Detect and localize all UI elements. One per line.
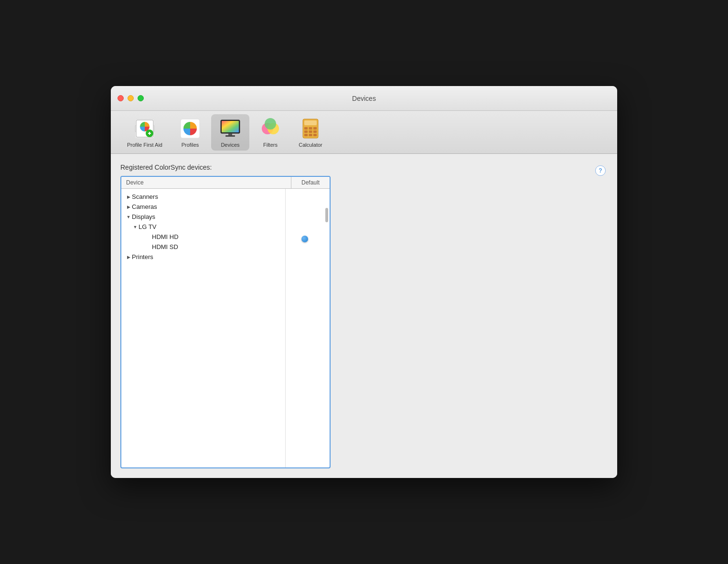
- svg-rect-17: [304, 120, 317, 125]
- tree-row-lg-tv[interactable]: ▼ LG TV: [121, 222, 285, 232]
- svg-rect-24: [304, 134, 308, 136]
- toolbar-label-profiles: Profiles: [182, 142, 199, 148]
- main-content: Registered ColorSync devices: Device Def…: [111, 154, 617, 478]
- filters-icon: [259, 117, 282, 140]
- label-printers: Printers: [132, 253, 285, 260]
- toolbar-item-profiles[interactable]: Profiles: [171, 114, 209, 151]
- label-scanners: Scanners: [132, 193, 285, 200]
- label-hdmi-hd: HDMI HD: [152, 233, 285, 240]
- help-icon: ?: [599, 167, 602, 174]
- traffic-lights: [118, 95, 144, 101]
- tree-row-cameras[interactable]: ▶ Cameras: [121, 202, 285, 212]
- svg-rect-18: [304, 127, 308, 130]
- left-panel: Registered ColorSync devices: Device Def…: [120, 163, 331, 468]
- help-button[interactable]: ?: [595, 165, 606, 176]
- svg-point-15: [265, 118, 276, 130]
- toolbar-label-devices: Devices: [221, 142, 239, 148]
- svg-rect-6: [149, 132, 150, 135]
- svg-rect-12: [225, 135, 235, 137]
- toggle-lg-tv[interactable]: ▼: [132, 224, 139, 230]
- maximize-button[interactable]: [138, 95, 144, 101]
- svg-rect-21: [304, 130, 308, 133]
- toggle-scanners[interactable]: ▶: [125, 194, 132, 200]
- toolbar-item-calculator[interactable]: Calculator: [291, 114, 330, 151]
- svg-rect-23: [313, 130, 317, 133]
- col-header-default: Default: [291, 177, 330, 188]
- svg-rect-20: [313, 127, 317, 130]
- toolbar-item-filters[interactable]: Filters: [251, 114, 289, 151]
- svg-rect-19: [309, 127, 312, 130]
- tree-column: ▶ Scanners ▶ Cameras ▼ Displays: [121, 189, 286, 467]
- svg-rect-10: [222, 121, 239, 132]
- section-title: Registered ColorSync devices:: [120, 163, 331, 171]
- device-table: Device Default ▶ Scanners ▶: [120, 176, 331, 468]
- table-body-wrapper: ▶ Scanners ▶ Cameras ▼ Displays: [121, 189, 330, 467]
- tree-row-hdmi-hd[interactable]: ▶ HDMI HD: [121, 232, 285, 242]
- profile-first-aid-icon: [133, 117, 156, 140]
- toolbar: Profile First Aid Profiles: [111, 111, 617, 154]
- svg-rect-26: [313, 134, 317, 136]
- tree-row-printers[interactable]: ▶ Printers: [121, 252, 285, 262]
- default-indicator-lg-tv: [301, 236, 308, 242]
- toolbar-item-profile-first-aid[interactable]: Profile First Aid: [120, 114, 169, 151]
- svg-rect-22: [309, 130, 312, 133]
- minimize-button[interactable]: [128, 95, 134, 101]
- toggle-displays[interactable]: ▼: [125, 214, 132, 220]
- label-hdmi-sd: HDMI SD: [152, 243, 285, 250]
- default-column: [286, 189, 324, 467]
- toolbar-label-profile-first-aid: Profile First Aid: [127, 142, 162, 148]
- toolbar-item-devices[interactable]: Devices: [211, 114, 249, 151]
- toggle-printers[interactable]: ▶: [125, 254, 132, 260]
- profiles-icon: [179, 117, 202, 140]
- devices-icon: [219, 117, 242, 140]
- close-button[interactable]: [118, 95, 124, 101]
- tree-row-hdmi-sd[interactable]: ▶ HDMI SD: [121, 242, 285, 252]
- scrollbar[interactable]: [324, 189, 330, 467]
- scroll-thumb[interactable]: [325, 208, 328, 222]
- titlebar: Devices: [111, 86, 617, 111]
- table-header: Device Default: [121, 177, 330, 189]
- toggle-cameras[interactable]: ▶: [125, 204, 132, 210]
- label-cameras: Cameras: [132, 203, 285, 210]
- window-title: Devices: [352, 95, 376, 102]
- label-lg-tv: LG TV: [139, 223, 285, 230]
- label-displays: Displays: [132, 213, 285, 220]
- toolbar-label-filters: Filters: [263, 142, 278, 148]
- calculator-icon: [299, 117, 322, 140]
- col-header-device: Device: [121, 177, 291, 188]
- tree-row-displays[interactable]: ▼ Displays: [121, 212, 285, 222]
- app-window: Devices Profile First Aid: [111, 86, 617, 478]
- toolbar-label-calculator: Calculator: [299, 142, 322, 148]
- svg-rect-25: [309, 134, 312, 136]
- tree-row-scanners[interactable]: ▶ Scanners: [121, 192, 285, 202]
